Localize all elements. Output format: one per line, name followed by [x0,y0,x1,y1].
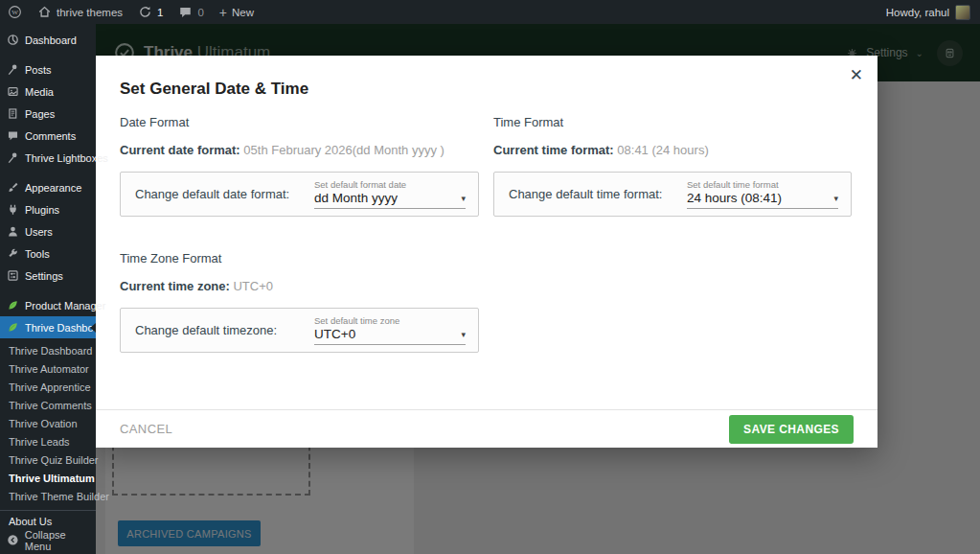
new-content-link[interactable]: + New [212,0,262,24]
collapse-arrow-icon [7,534,19,547]
timezone-select[interactable]: Set default time zone UTC+0 ▾ [314,315,466,345]
time-format-select-label: Set default time format [687,179,838,190]
comments-link[interactable]: 0 [171,0,211,24]
wordpress-logo[interactable]: W [0,0,30,24]
media-icon [7,85,19,98]
cancel-button[interactable]: CANCEL [120,422,172,436]
sidebar-item-label: Comments [25,130,76,142]
site-name: thrive themes [57,7,123,18]
leaf-icon [7,299,19,312]
updates-icon [138,5,152,19]
current-menu-arrow-icon [90,323,96,333]
modal-title: Set General Date & Time [96,56,877,99]
date-format-select-label: Set default format date [314,179,466,190]
current-time-format: Current time format: 08:41 (24 hours) [493,143,852,157]
caret-down-icon: ▾ [461,330,466,339]
sidebar-item-dashboard[interactable]: Dashboard [0,29,96,51]
sidebar-item-appearance[interactable]: Appearance [0,176,96,198]
submenu-item-thrive-comments[interactable]: Thrive Comments [0,397,96,415]
change-date-format-label: Change default date format: [135,187,314,201]
plus-icon: + [219,6,227,19]
sidebar-item-posts[interactable]: Posts [0,58,96,81]
modal-footer: CANCEL SAVE CHANGES [96,409,877,448]
pin-icon [7,63,19,76]
time-format-select-value: 24 hours (08:41) [687,191,782,205]
submenu-item-thrive-leads[interactable]: Thrive Leads [0,433,96,451]
sidebar-item-pages[interactable]: Pages [0,103,96,125]
sidebar-item-label: Tools [25,248,50,260]
sidebar-item-media[interactable]: Media [0,81,96,103]
timezone-select-label: Set default time zone [314,315,466,326]
home-icon [37,5,52,19]
date-format-card: Change default date format: Set default … [120,172,479,217]
time-format-select[interactable]: Set default time format 24 hours (08:41)… [687,179,838,209]
updates-link[interactable]: 1 [130,0,171,24]
current-time-zone: Current time zone: UTC+0 [120,279,479,293]
date-format-heading: Date Format [120,115,479,129]
thrive-dashboard-submenu: Thrive Dashboard Thrive Automator Thrive… [0,338,96,531]
comment-icon [7,129,19,142]
pages-icon [7,107,19,120]
sidebar-item-users[interactable]: Users [0,220,96,242]
dashboard-icon [7,34,19,46]
date-format-select[interactable]: Set default format date dd Month yyyy ▾ [314,179,466,209]
time-column: Time Format Current time format: 08:41 (… [493,115,852,353]
sidebar-item-settings[interactable]: Settings [0,265,96,287]
time-zone-heading: Time Zone Format [120,251,479,265]
current-time-format-label: Current time format: [493,143,614,157]
collapse-menu-button[interactable]: Collapse Menu [0,527,96,554]
sidebar-item-tools[interactable]: Tools [0,242,96,265]
sidebar-item-label: Media [25,86,54,98]
account-menu[interactable]: Howdy, rahul [886,5,980,20]
pin-icon [7,151,19,164]
current-time-zone-value: UTC+0 [233,279,273,293]
current-date-format-label: Current date format: [120,143,240,157]
submenu-item-thrive-ovation[interactable]: Thrive Ovation [0,415,96,433]
timezone-card: Change default timezone: Set default tim… [120,308,479,353]
caret-down-icon: ▾ [461,194,466,203]
sidebar-item-plugins[interactable]: Plugins [0,198,96,220]
change-timezone-label: Change default timezone: [135,323,314,337]
wp-admin-bar: W thrive themes 1 0 + New Howdy, rahul [0,0,980,24]
submenu-item-thrive-ultimatum[interactable]: Thrive Ultimatum [0,470,96,488]
howdy-text: Howdy, rahul [886,7,949,18]
submenu-item-thrive-quiz-builder[interactable]: Thrive Quiz Builder [0,451,96,470]
sidebar-item-thrive-lightboxes[interactable]: Thrive Lightboxes [0,147,96,169]
sidebar-item-comments[interactable]: Comments [0,125,96,147]
current-date-format-value: 05th February 2026(dd Month yyyy ) [243,143,444,157]
sidebar-item-label: Posts [25,64,52,76]
sidebar-item-label: Thrive Lightboxes [25,152,108,164]
site-name-link[interactable]: thrive themes [30,0,130,24]
submenu-item-thrive-automator[interactable]: Thrive Automator [0,360,96,379]
brush-icon [7,181,19,194]
leaf-icon [7,321,19,334]
sidebar-item-label: Thrive Dashboard [25,322,108,334]
update-count: 1 [157,7,163,18]
submenu-item-thrive-apprentice[interactable]: Thrive Apprentice [0,379,96,397]
sidebar-item-thrive-dashboard[interactable]: Thrive Dashboard [0,316,96,338]
sidebar-item-label: Settings [25,270,63,282]
submenu-item-thrive-theme-builder[interactable]: Thrive Theme Builder [0,488,96,506]
collapse-menu-label: Collapse Menu [25,529,89,552]
date-column: Date Format Current date format: 05th Fe… [120,115,479,353]
current-time-zone-label: Current time zone: [120,279,230,293]
comment-count: 0 [197,7,203,18]
sidebar-item-product-manager[interactable]: Product Manager [0,294,96,316]
settings-icon [7,269,19,282]
user-icon [7,225,19,238]
set-general-date-time-modal: ✕ Set General Date & Time Date Format Cu… [96,56,877,448]
sidebar-item-label: Users [25,226,53,238]
wordpress-admin-screen: Thrive Ultimatum Settings ⌄ [0,0,980,554]
wordpress-logo-icon: W [8,5,22,19]
close-icon[interactable]: ✕ [850,67,863,83]
time-format-card: Change default time format: Set default … [493,172,852,217]
sidebar-item-label: Plugins [25,204,59,216]
submenu-item-thrive-dashboard[interactable]: Thrive Dashboard [0,342,96,360]
save-changes-button[interactable]: SAVE CHANGES [729,415,854,444]
sidebar-item-label: Pages [25,108,55,120]
new-label: New [232,7,254,18]
timezone-select-value: UTC+0 [314,327,355,341]
current-time-format-value: 08:41 (24 hours) [617,143,708,157]
sidebar-item-label: Appearance [25,182,81,194]
sidebar-item-label: Product Manager [25,300,105,312]
